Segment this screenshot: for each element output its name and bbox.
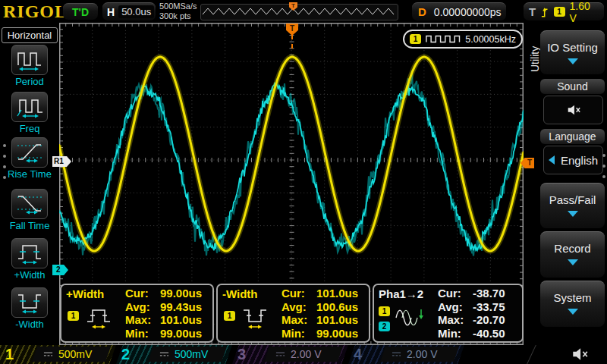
measurement-name: -Width xyxy=(222,287,258,300)
menu-tab-utility: Utility xyxy=(529,32,541,86)
language-value: English xyxy=(561,154,598,167)
dc-coupling-icon xyxy=(392,350,401,358)
frequency-counter: 1 5.00005kHz xyxy=(403,30,523,49)
channel-2-number: 2 xyxy=(121,345,130,364)
phase-channel-a-badge: 1 xyxy=(379,306,390,316)
nwidth-label: -Width xyxy=(0,318,59,330)
preview-wave-icon xyxy=(201,5,396,18)
channel-3-scale: 2.00 V xyxy=(291,348,321,360)
trigger-position-line xyxy=(291,35,293,49)
rise-time-icon xyxy=(16,141,43,164)
trigger-source-badge: 1 xyxy=(554,7,565,17)
io-setting-button[interactable]: IO Setting xyxy=(540,30,605,74)
d-label: D xyxy=(418,5,426,18)
square-wave-icon xyxy=(426,34,461,44)
measurement-name: Pha1→2 xyxy=(379,287,423,300)
trigger-level-value: 1.60 V xyxy=(570,0,599,24)
freq-button[interactable] xyxy=(11,92,48,122)
chevron-down-icon xyxy=(568,211,578,217)
chevron-left-icon xyxy=(549,155,555,165)
record-button[interactable]: Record xyxy=(540,231,605,278)
nwidth-button[interactable] xyxy=(11,287,48,318)
left-menu-title: Horizontal xyxy=(2,27,58,43)
channel-1-number: 1 xyxy=(5,345,14,364)
menu-item-freq[interactable]: Freq xyxy=(0,92,59,134)
channel-2-scale: 500mV xyxy=(175,348,208,360)
left-menu-page-dots xyxy=(3,144,6,187)
measurement-panel-phase[interactable]: Pha1→2 1 2 Cur:-38.70 Avg:-33.75 Max:-20… xyxy=(373,284,524,343)
fall-time-button[interactable] xyxy=(11,189,48,219)
phase-measure-icon xyxy=(394,305,426,331)
chevron-down-icon xyxy=(568,58,578,64)
freq-icon xyxy=(16,96,43,118)
period-icon xyxy=(16,49,43,71)
phase-channel-b-badge: 2 xyxy=(379,322,390,331)
menu-item-period[interactable]: Period xyxy=(0,45,59,87)
channel-1-status[interactable]: 1 500mV xyxy=(0,345,116,364)
dc-coupling-icon xyxy=(159,350,169,358)
channel-4-scale: 2.00 V xyxy=(407,348,437,360)
pwidth-button[interactable] xyxy=(11,238,48,268)
period-button[interactable] xyxy=(11,45,48,75)
channel-3-status[interactable]: 3 2.00 V xyxy=(232,345,348,364)
pwidth-icon xyxy=(16,242,43,265)
t-label: T xyxy=(529,5,536,18)
sound-button[interactable] xyxy=(543,96,603,124)
chevron-down-icon xyxy=(568,259,578,265)
frequency-value: 5.00005kHz xyxy=(465,34,516,45)
speaker-muted-icon xyxy=(566,104,581,116)
menu-item-pwidth[interactable]: +Width xyxy=(0,238,59,281)
measurement-panel-pwidth[interactable]: +Width 1 Cur:99.00us Avg:99.43us Max:101… xyxy=(60,284,214,343)
measurement-name: +Width xyxy=(66,287,104,300)
timebase-value: 50.0us xyxy=(118,5,154,18)
rising-edge-icon xyxy=(540,6,549,18)
measurement-panel-nwidth[interactable]: -Width 1 Cur:101.0us Avg:100.6us Max:101… xyxy=(216,284,370,343)
rise-time-button[interactable] xyxy=(11,137,48,168)
measurement-channel-badge: 1 xyxy=(68,311,79,321)
memory-depth: 300k pts xyxy=(159,11,197,21)
measurement-channel-badge: 1 xyxy=(224,311,235,321)
menu-item-rise-time[interactable]: Rise Time xyxy=(0,137,59,180)
channel-4-status[interactable]: 4 2.00 V xyxy=(348,345,464,364)
trigger-info-box[interactable]: T 1 1.60 V xyxy=(524,2,604,20)
waveform-preview-bar[interactable] xyxy=(200,4,398,20)
dc-coupling-icon xyxy=(43,350,53,358)
sound-label: Sound xyxy=(540,79,605,94)
pass-fail-button[interactable]: Pass/Fail xyxy=(540,183,605,228)
dc-coupling-icon xyxy=(275,350,285,358)
h-label: H xyxy=(107,6,115,18)
language-button[interactable]: English xyxy=(543,146,603,174)
channel-4-number: 4 xyxy=(354,345,362,364)
right-menu-page-dots xyxy=(602,154,605,186)
fall-time-icon xyxy=(16,193,43,215)
pwidth-label: +Width xyxy=(0,269,59,281)
trigger-delay-box[interactable]: D 0.00000000ps xyxy=(412,2,506,20)
freq-channel-badge: 1 xyxy=(410,34,421,44)
menu-item-fall-time[interactable]: Fall Time xyxy=(0,189,59,231)
chevron-down-icon xyxy=(568,309,578,315)
period-label: Period xyxy=(0,76,59,87)
language-label: Language xyxy=(540,129,605,144)
oscilloscope-screen: RIGOL T'D H 50.0us 500MSa/s 300k pts T D… xyxy=(0,0,607,364)
fall-time-label: Fall Time xyxy=(0,220,59,231)
acquisition-info: 500MSa/s 300k pts xyxy=(159,2,197,21)
speaker-muted-icon xyxy=(571,347,589,361)
freq-label: Freq xyxy=(0,123,59,134)
nwidth-icon xyxy=(16,291,43,314)
nwidth-measure-icon xyxy=(241,306,269,331)
sample-rate: 500MSa/s xyxy=(159,2,197,11)
delay-value: 0.00000000ps xyxy=(434,6,502,18)
trigger-status-badge: T'D xyxy=(63,3,98,20)
rise-time-label: Rise Time xyxy=(0,168,59,180)
horizontal-timebase-box[interactable]: H 50.0us xyxy=(102,2,156,20)
channel-3-number: 3 xyxy=(237,345,246,364)
system-button[interactable]: System xyxy=(540,281,605,327)
channel-2-status[interactable]: 2 500mV xyxy=(116,345,232,364)
bottom-bar-divider xyxy=(527,345,536,364)
pwidth-measure-icon xyxy=(84,306,113,331)
channel-1-scale: 500mV xyxy=(58,348,92,360)
rigol-logo: RIGOL xyxy=(3,2,68,22)
menu-item-nwidth[interactable]: -Width xyxy=(0,287,59,330)
